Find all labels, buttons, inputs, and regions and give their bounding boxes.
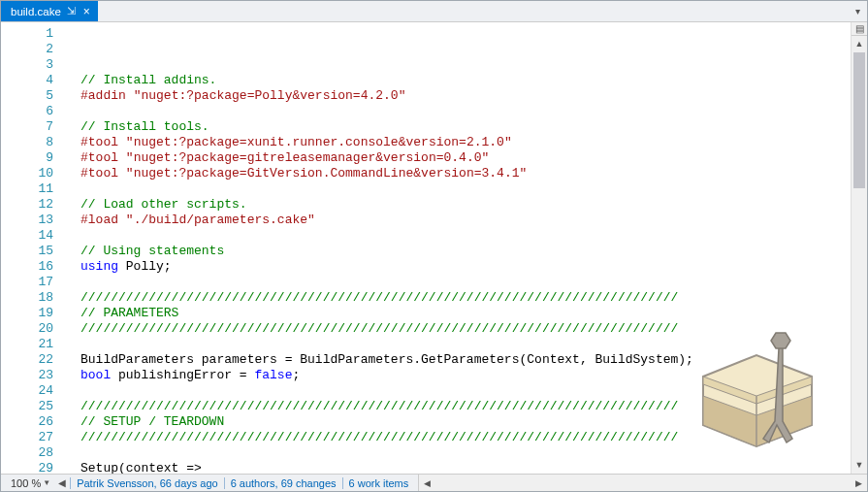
code-line[interactable]: // Load other scripts. bbox=[80, 197, 851, 213]
horizontal-scrollbar[interactable]: ◀ ▶ bbox=[418, 475, 867, 491]
code-line[interactable]: // SETUP / TEARDOWN bbox=[80, 414, 851, 430]
line-number: 7 bbox=[1, 119, 53, 135]
code-line[interactable]: Setup(context => bbox=[80, 461, 851, 474]
zoom-chevron-icon: ▼ bbox=[43, 478, 50, 487]
code-line[interactable] bbox=[80, 383, 851, 399]
line-number: 25 bbox=[1, 399, 53, 414]
line-number: 27 bbox=[1, 430, 53, 445]
code-line[interactable]: // Using statements bbox=[80, 244, 851, 259]
codelens-author[interactable]: Patrik Svensson, 66 days ago bbox=[70, 477, 224, 489]
line-number: 21 bbox=[1, 337, 53, 352]
line-number: 29 bbox=[1, 461, 53, 474]
line-number: 17 bbox=[1, 275, 53, 290]
code-line[interactable]: using Polly; bbox=[80, 259, 851, 275]
line-number: 11 bbox=[1, 181, 53, 197]
split-editor-icon[interactable]: ▤ bbox=[852, 22, 867, 36]
line-number: 4 bbox=[1, 73, 53, 88]
line-number: 19 bbox=[1, 306, 53, 321]
line-number-gutter: 1234567891011121314151617181920212223242… bbox=[1, 22, 61, 474]
line-number: 13 bbox=[1, 213, 53, 228]
line-number: 14 bbox=[1, 228, 53, 244]
code-line[interactable]: // Install tools. bbox=[80, 119, 851, 135]
line-number: 24 bbox=[1, 383, 53, 399]
line-number: 3 bbox=[1, 57, 53, 73]
code-line[interactable] bbox=[80, 337, 851, 352]
line-number: 16 bbox=[1, 259, 53, 275]
code-line[interactable]: // Install addins. bbox=[80, 73, 851, 88]
line-number: 18 bbox=[1, 290, 53, 306]
code-line[interactable]: BuildParameters parameters = BuildParame… bbox=[80, 352, 851, 368]
codelens-bar: ◀ Patrik Svensson, 66 days ago 6 authors… bbox=[54, 477, 414, 489]
codelens-workitems[interactable]: 6 work items bbox=[342, 477, 415, 489]
status-bar: 100 % ▼ ◀ Patrik Svensson, 66 days ago 6… bbox=[1, 474, 867, 491]
line-number: 9 bbox=[1, 150, 53, 166]
line-number: 2 bbox=[1, 42, 53, 57]
tab-bar: build.cake ⇲ × ▾ bbox=[1, 1, 867, 22]
code-line[interactable]: // PARAMETERS bbox=[80, 306, 851, 321]
zoom-value: 100 % bbox=[11, 477, 41, 489]
close-icon[interactable]: × bbox=[81, 5, 92, 18]
tab-filename: build.cake bbox=[11, 6, 61, 17]
zoom-level[interactable]: 100 % ▼ bbox=[1, 477, 54, 489]
code-line[interactable] bbox=[80, 104, 851, 119]
code-line[interactable]: #load "./build/parameters.cake" bbox=[80, 213, 851, 228]
code-line[interactable] bbox=[80, 228, 851, 244]
scroll-thumb[interactable] bbox=[853, 52, 865, 188]
hscroll-track[interactable] bbox=[435, 475, 851, 491]
line-number: 8 bbox=[1, 135, 53, 150]
code-line[interactable]: #tool "nuget:?package=GitVersion.Command… bbox=[80, 166, 851, 181]
code-line[interactable]: bool publishingError = false; bbox=[80, 368, 851, 383]
scroll-track[interactable] bbox=[852, 52, 867, 457]
code-editor[interactable]: 1234567891011121314151617181920212223242… bbox=[1, 22, 867, 474]
code-line[interactable]: ////////////////////////////////////////… bbox=[80, 321, 851, 337]
line-number: 23 bbox=[1, 368, 53, 383]
code-line[interactable]: ////////////////////////////////////////… bbox=[80, 430, 851, 445]
line-number: 26 bbox=[1, 414, 53, 430]
pin-icon[interactable]: ⇲ bbox=[67, 5, 76, 17]
code-area[interactable]: // Install addins.#addin "nuget:?package… bbox=[61, 22, 851, 474]
hscroll-right-icon[interactable]: ▶ bbox=[851, 478, 867, 488]
code-line[interactable] bbox=[80, 275, 851, 290]
codelens-changes[interactable]: 6 authors, 69 changes bbox=[224, 477, 342, 489]
scroll-down-icon[interactable]: ▼ bbox=[852, 457, 867, 474]
chevron-down-icon[interactable]: ▾ bbox=[852, 6, 863, 16]
code-line[interactable]: #tool "nuget:?package=xunit.runner.conso… bbox=[80, 135, 851, 150]
line-number: 22 bbox=[1, 352, 53, 368]
line-number: 20 bbox=[1, 321, 53, 337]
line-number: 6 bbox=[1, 104, 53, 119]
line-number: 15 bbox=[1, 244, 53, 259]
line-number: 1 bbox=[1, 26, 53, 42]
tab-buildcake[interactable]: build.cake ⇲ × bbox=[1, 1, 98, 21]
code-line[interactable] bbox=[80, 181, 851, 197]
code-line[interactable] bbox=[80, 445, 851, 461]
tab-overflow: ▾ bbox=[849, 1, 867, 21]
code-line[interactable]: ////////////////////////////////////////… bbox=[80, 290, 851, 306]
vertical-scrollbar[interactable]: ▤ ▲ ▼ bbox=[851, 22, 867, 474]
line-number: 12 bbox=[1, 197, 53, 213]
line-number: 10 bbox=[1, 166, 53, 181]
line-number: 28 bbox=[1, 445, 53, 461]
line-number: 5 bbox=[1, 88, 53, 104]
code-line[interactable]: #tool "nuget:?package=gitreleasemanager&… bbox=[80, 150, 851, 166]
codelens-prev-icon[interactable]: ◀ bbox=[54, 477, 70, 488]
code-line[interactable]: #addin "nuget:?package=Polly&version=4.2… bbox=[80, 88, 851, 104]
hscroll-left-icon[interactable]: ◀ bbox=[419, 478, 435, 488]
scroll-up-icon[interactable]: ▲ bbox=[852, 36, 867, 52]
code-line[interactable]: ////////////////////////////////////////… bbox=[80, 399, 851, 414]
